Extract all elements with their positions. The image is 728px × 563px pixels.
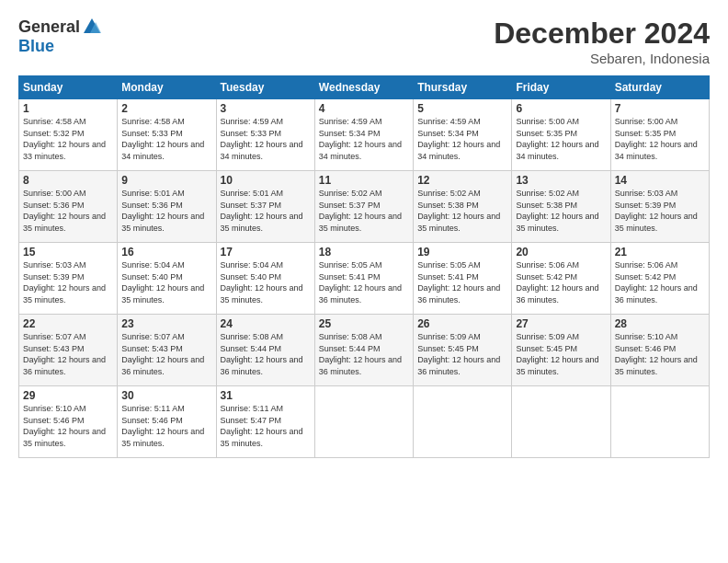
day-info: Sunrise: 5:11 AMSunset: 5:47 PMDaylight:… — [221, 403, 311, 449]
day-info: Sunrise: 5:01 AMSunset: 5:37 PMDaylight:… — [221, 188, 311, 234]
day-info: Sunrise: 5:00 AMSunset: 5:35 PMDaylight:… — [615, 116, 705, 162]
calendar-cell: 25 Sunrise: 5:08 AMSunset: 5:44 PMDaylig… — [314, 315, 413, 386]
page: General Blue December 2024 Sebaren, Indo… — [0, 0, 728, 563]
day-number: 28 — [615, 317, 705, 330]
day-number: 14 — [615, 174, 705, 187]
day-number: 25 — [319, 317, 409, 330]
day-number: 29 — [23, 389, 113, 402]
location: Sebaren, Indonesia — [494, 51, 710, 66]
day-number: 8 — [23, 174, 113, 187]
day-info: Sunrise: 5:05 AMSunset: 5:41 PMDaylight:… — [319, 259, 409, 305]
calendar-cell: 5 Sunrise: 4:59 AMSunset: 5:34 PMDayligh… — [414, 99, 512, 171]
day-info: Sunrise: 5:02 AMSunset: 5:38 PMDaylight:… — [417, 188, 507, 234]
day-info: Sunrise: 5:09 AMSunset: 5:45 PMDaylight:… — [516, 331, 606, 377]
day-number: 23 — [121, 317, 211, 330]
day-info: Sunrise: 5:08 AMSunset: 5:44 PMDaylight:… — [319, 331, 409, 377]
calendar-table: SundayMondayTuesdayWednesdayThursdayFrid… — [18, 75, 710, 458]
calendar-cell: 23 Sunrise: 5:07 AMSunset: 5:43 PMDaylig… — [118, 315, 216, 386]
day-info: Sunrise: 5:04 AMSunset: 5:40 PMDaylight:… — [121, 259, 211, 305]
calendar-week-2: 8 Sunrise: 5:00 AMSunset: 5:36 PMDayligh… — [19, 171, 710, 243]
calendar-cell: 16 Sunrise: 5:04 AMSunset: 5:40 PMDaylig… — [118, 243, 216, 315]
day-info: Sunrise: 5:04 AMSunset: 5:40 PMDaylight:… — [221, 259, 311, 305]
day-info: Sunrise: 5:06 AMSunset: 5:42 PMDaylight:… — [615, 259, 705, 305]
day-number: 13 — [516, 174, 606, 187]
calendar-cell: 2 Sunrise: 4:58 AMSunset: 5:33 PMDayligh… — [118, 99, 216, 171]
calendar-header-friday: Friday — [512, 76, 610, 99]
day-info: Sunrise: 5:00 AMSunset: 5:35 PMDaylight:… — [516, 116, 606, 162]
calendar-header-wednesday: Wednesday — [314, 76, 413, 99]
day-number: 26 — [417, 317, 507, 330]
day-number: 19 — [417, 246, 507, 259]
month-title: December 2024 — [494, 17, 710, 51]
calendar-week-1: 1 Sunrise: 4:58 AMSunset: 5:32 PMDayligh… — [19, 99, 710, 171]
calendar-cell: 29 Sunrise: 5:10 AMSunset: 5:46 PMDaylig… — [19, 386, 118, 458]
day-info: Sunrise: 5:03 AMSunset: 5:39 PMDaylight:… — [23, 259, 113, 305]
day-number: 21 — [615, 246, 705, 259]
calendar-cell: 28 Sunrise: 5:10 AMSunset: 5:46 PMDaylig… — [610, 315, 709, 386]
calendar-cell: 4 Sunrise: 4:59 AMSunset: 5:34 PMDayligh… — [314, 99, 413, 171]
day-info: Sunrise: 5:09 AMSunset: 5:45 PMDaylight:… — [417, 331, 507, 377]
calendar-cell — [512, 386, 610, 458]
calendar-week-4: 22 Sunrise: 5:07 AMSunset: 5:43 PMDaylig… — [19, 315, 710, 386]
calendar-cell: 7 Sunrise: 5:00 AMSunset: 5:35 PMDayligh… — [610, 99, 709, 171]
calendar-cell: 1 Sunrise: 4:58 AMSunset: 5:32 PMDayligh… — [19, 99, 118, 171]
day-info: Sunrise: 5:06 AMSunset: 5:42 PMDaylight:… — [516, 259, 606, 305]
day-number: 7 — [615, 102, 705, 115]
day-info: Sunrise: 5:11 AMSunset: 5:46 PMDaylight:… — [121, 403, 211, 449]
day-info: Sunrise: 4:59 AMSunset: 5:34 PMDaylight:… — [417, 116, 507, 162]
day-number: 6 — [516, 102, 606, 115]
day-info: Sunrise: 4:58 AMSunset: 5:33 PMDaylight:… — [121, 116, 211, 162]
day-info: Sunrise: 4:58 AMSunset: 5:32 PMDaylight:… — [23, 116, 113, 162]
calendar-header-row: SundayMondayTuesdayWednesdayThursdayFrid… — [19, 76, 710, 99]
calendar-cell: 14 Sunrise: 5:03 AMSunset: 5:39 PMDaylig… — [610, 171, 709, 243]
day-number: 1 — [23, 102, 113, 115]
calendar-cell: 20 Sunrise: 5:06 AMSunset: 5:42 PMDaylig… — [512, 243, 610, 315]
logo-icon — [82, 17, 102, 37]
day-number: 17 — [221, 246, 311, 259]
calendar-cell: 18 Sunrise: 5:05 AMSunset: 5:41 PMDaylig… — [314, 243, 413, 315]
day-info: Sunrise: 5:03 AMSunset: 5:39 PMDaylight:… — [615, 188, 705, 234]
calendar-cell — [414, 386, 512, 458]
calendar-cell: 9 Sunrise: 5:01 AMSunset: 5:36 PMDayligh… — [118, 171, 216, 243]
calendar-cell: 17 Sunrise: 5:04 AMSunset: 5:40 PMDaylig… — [216, 243, 314, 315]
day-number: 12 — [417, 174, 507, 187]
day-number: 9 — [121, 174, 211, 187]
day-number: 27 — [516, 317, 606, 330]
calendar-header-monday: Monday — [118, 76, 216, 99]
day-number: 30 — [121, 389, 211, 402]
day-info: Sunrise: 4:59 AMSunset: 5:33 PMDaylight:… — [221, 116, 311, 162]
calendar-cell: 21 Sunrise: 5:06 AMSunset: 5:42 PMDaylig… — [610, 243, 709, 315]
day-number: 16 — [121, 246, 211, 259]
day-info: Sunrise: 5:08 AMSunset: 5:44 PMDaylight:… — [221, 331, 311, 377]
logo: General Blue — [18, 17, 102, 56]
calendar-cell: 12 Sunrise: 5:02 AMSunset: 5:38 PMDaylig… — [414, 171, 512, 243]
day-info: Sunrise: 5:02 AMSunset: 5:38 PMDaylight:… — [516, 188, 606, 234]
calendar-cell — [314, 386, 413, 458]
day-number: 20 — [516, 246, 606, 259]
day-number: 18 — [319, 246, 409, 259]
day-number: 24 — [221, 317, 311, 330]
calendar-cell: 22 Sunrise: 5:07 AMSunset: 5:43 PMDaylig… — [19, 315, 118, 386]
calendar-cell: 11 Sunrise: 5:02 AMSunset: 5:37 PMDaylig… — [314, 171, 413, 243]
calendar-cell: 31 Sunrise: 5:11 AMSunset: 5:47 PMDaylig… — [216, 386, 314, 458]
day-info: Sunrise: 4:59 AMSunset: 5:34 PMDaylight:… — [319, 116, 409, 162]
calendar-cell: 30 Sunrise: 5:11 AMSunset: 5:46 PMDaylig… — [118, 386, 216, 458]
calendar-cell — [610, 386, 709, 458]
day-number: 31 — [221, 389, 311, 402]
day-number: 10 — [221, 174, 311, 187]
calendar-header-tuesday: Tuesday — [216, 76, 314, 99]
day-info: Sunrise: 5:01 AMSunset: 5:36 PMDaylight:… — [121, 188, 211, 234]
day-info: Sunrise: 5:07 AMSunset: 5:43 PMDaylight:… — [23, 331, 113, 377]
calendar-cell: 3 Sunrise: 4:59 AMSunset: 5:33 PMDayligh… — [216, 99, 314, 171]
day-number: 2 — [121, 102, 211, 115]
header: General Blue December 2024 Sebaren, Indo… — [18, 17, 710, 66]
day-number: 3 — [221, 102, 311, 115]
title-block: December 2024 Sebaren, Indonesia — [494, 17, 710, 66]
day-info: Sunrise: 5:05 AMSunset: 5:41 PMDaylight:… — [417, 259, 507, 305]
calendar-week-5: 29 Sunrise: 5:10 AMSunset: 5:46 PMDaylig… — [19, 386, 710, 458]
calendar-cell: 13 Sunrise: 5:02 AMSunset: 5:38 PMDaylig… — [512, 171, 610, 243]
day-number: 15 — [23, 246, 113, 259]
calendar-cell: 8 Sunrise: 5:00 AMSunset: 5:36 PMDayligh… — [19, 171, 118, 243]
day-number: 22 — [23, 317, 113, 330]
calendar-header-thursday: Thursday — [414, 76, 512, 99]
